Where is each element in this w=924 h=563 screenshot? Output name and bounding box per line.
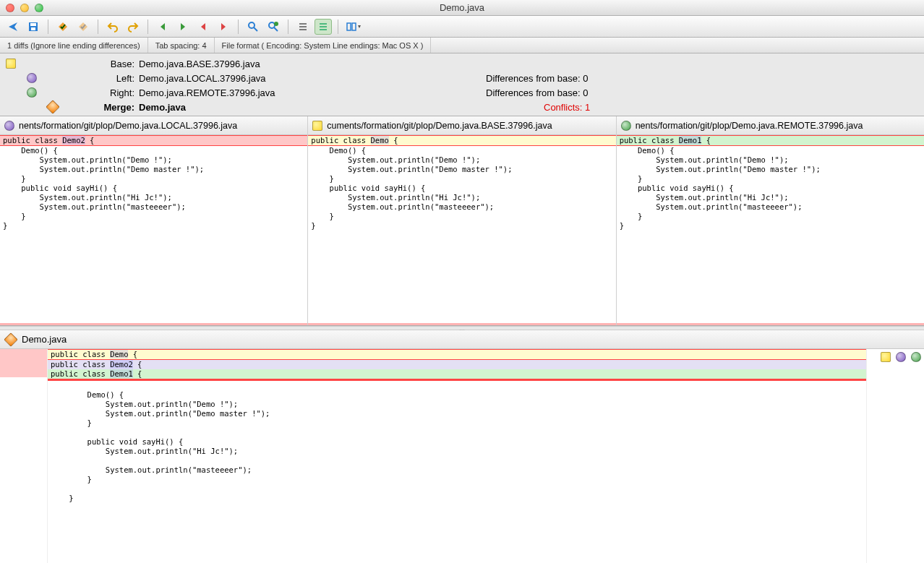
header-merge-row: Merge: Demo.java Conflicts: 1 — [4, 100, 920, 114]
base-code[interactable]: public class Demo { Demo() { System.out.… — [308, 135, 615, 325]
three-way-panes: nents/formation/git/plop/Demo.java.LOCAL… — [0, 116, 924, 326]
code-line: public class Demo1 { — [48, 369, 866, 379]
code-line: System.out.println("Demo master !"); — [308, 165, 615, 174]
toolbar-separator — [288, 20, 288, 34]
gutter-line — [0, 471, 47, 481]
code-line: public class Demo2 { — [48, 360, 866, 369]
code-line: System.out.println("Hi Jc!"); — [0, 193, 307, 202]
code-line: } — [0, 212, 307, 221]
left-label: Left: — [58, 73, 139, 84]
code-line: Demo() { — [308, 146, 615, 155]
redo-icon[interactable] — [124, 19, 142, 35]
list-view-icon[interactable] — [294, 19, 312, 35]
merge-code[interactable]: public class Demo {public class Demo2 {p… — [48, 349, 866, 563]
prev-diff-icon[interactable] — [154, 19, 171, 35]
merge-pane-body: public class Demo {public class Demo2 {p… — [0, 349, 924, 563]
code-line: } — [48, 494, 866, 503]
diff-view-icon[interactable] — [315, 19, 332, 35]
code-line: } — [308, 174, 615, 184]
right-code[interactable]: public class Demo1 { Demo() { System.out… — [617, 135, 924, 325]
diff-token: Demo1 — [679, 136, 702, 145]
code-line: public void sayHi() { — [308, 184, 615, 193]
svg-line-6 — [254, 27, 257, 31]
status-file-format[interactable]: File format ( Encoding: System Line endi… — [215, 38, 432, 53]
merge-filename: Demo.java — [139, 102, 486, 113]
mark-done-icon[interactable] — [54, 19, 72, 35]
left-marker-icon — [4, 121, 14, 131]
toolbar-separator — [48, 20, 48, 34]
svg-rect-16 — [347, 23, 351, 30]
code-line: System.out.println("Demo master !"); — [617, 165, 924, 174]
prev-conflict-icon[interactable] — [194, 19, 212, 35]
code-line: } — [617, 212, 924, 221]
choose-left-button[interactable] — [896, 352, 906, 362]
gutter-line — [0, 452, 47, 462]
code-line — [48, 381, 866, 390]
toolbar-separator — [147, 20, 148, 34]
right-label: Right: — [58, 87, 139, 98]
choose-right-button[interactable] — [911, 352, 921, 362]
left-diff-count: Differences from base: 0 — [486, 73, 588, 84]
mark-todo-icon[interactable] — [74, 19, 92, 35]
merge-side-markers — [866, 349, 924, 563]
right-pane-path: nents/formation/git/plop/Demo.java.REMOT… — [636, 121, 863, 131]
left-pane: nents/formation/git/plop/Demo.java.LOCAL… — [0, 116, 308, 325]
gutter-line — [0, 396, 47, 405]
code-line: } — [48, 475, 866, 484]
code-line: System.out.println("Hi Jc!"); — [617, 193, 924, 202]
code-line: } — [617, 174, 924, 184]
gutter-line — [0, 434, 47, 443]
status-bar: 1 diffs (Ignore line ending differences)… — [0, 38, 924, 53]
left-code[interactable]: public class Demo2 { Demo() { System.out… — [0, 135, 307, 325]
right-pane-header: nents/formation/git/plop/Demo.java.REMOT… — [617, 116, 924, 135]
base-pane: cuments/formation/git/plop/Demo.java.BAS… — [308, 116, 616, 325]
svg-line-8 — [274, 27, 278, 31]
choose-base-button[interactable] — [881, 352, 891, 362]
send-icon[interactable] — [4, 19, 22, 35]
header-left-row: Left: Demo.java.LOCAL.37996.java Differe… — [4, 71, 920, 85]
gutter-line — [0, 415, 47, 424]
left-pane-header: nents/formation/git/plop/Demo.java.LOCAL… — [0, 116, 307, 135]
undo-icon[interactable] — [104, 19, 121, 35]
gutter-line — [0, 443, 47, 452]
code-line: System.out.println("masteeeer"); — [0, 202, 307, 212]
next-diff-icon[interactable] — [174, 19, 192, 35]
code-line: System.out.println("Demo master !"); — [48, 409, 866, 418]
svg-point-7 — [269, 22, 275, 28]
merge-pane: Demo.java public class Demo {public clas… — [0, 330, 924, 563]
right-marker-icon — [27, 87, 37, 98]
code-line: } — [0, 221, 307, 231]
code-line — [48, 428, 866, 437]
svg-rect-1 — [30, 23, 36, 26]
merge-pane-title: Demo.java — [22, 334, 67, 345]
code-line: public class Demo { — [308, 135, 615, 146]
code-line: System.out.println("masteeeer"); — [308, 202, 615, 212]
pane-bottom-indicator — [617, 323, 924, 325]
file-header-panel: Base: Demo.java.BASE.37996.java Left: De… — [0, 53, 924, 116]
status-tab-spacing[interactable]: Tab spacing: 4 — [148, 38, 215, 53]
gutter-line — [0, 462, 47, 471]
gutter-line — [0, 481, 47, 490]
base-marker-icon — [6, 59, 16, 69]
base-pane-path: cuments/formation/git/plop/Demo.java.BAS… — [327, 121, 552, 131]
code-line: System.out.println("Demo !"); — [617, 155, 924, 165]
code-line: System.out.println("Demo master !"); — [0, 165, 307, 174]
save-icon[interactable] — [25, 19, 42, 35]
gutter-line — [0, 405, 47, 415]
search-replace-icon[interactable] — [265, 19, 282, 35]
code-line: Demo() { — [48, 390, 866, 400]
window-titlebar: Demo.java — [0, 0, 924, 16]
merge-conflict-count: Conflicts: 1 — [486, 102, 590, 113]
status-diffs[interactable]: 1 diffs (Ignore line ending differences) — [0, 38, 148, 53]
next-conflict-icon[interactable] — [215, 19, 232, 35]
base-marker-icon — [312, 121, 322, 131]
header-right-row: Right: Demo.java.REMOTE.37996.java Diffe… — [4, 85, 920, 100]
search-icon[interactable] — [244, 19, 262, 35]
gutter-line — [0, 490, 47, 499]
code-line: Demo() { — [0, 146, 307, 155]
code-line: System.out.println("Demo !"); — [48, 400, 866, 409]
code-line: } — [308, 212, 615, 221]
layout-icon[interactable]: ▾ — [344, 19, 362, 35]
header-base-row: Base: Demo.java.BASE.37996.java — [4, 56, 920, 71]
gutter-line — [0, 499, 47, 509]
